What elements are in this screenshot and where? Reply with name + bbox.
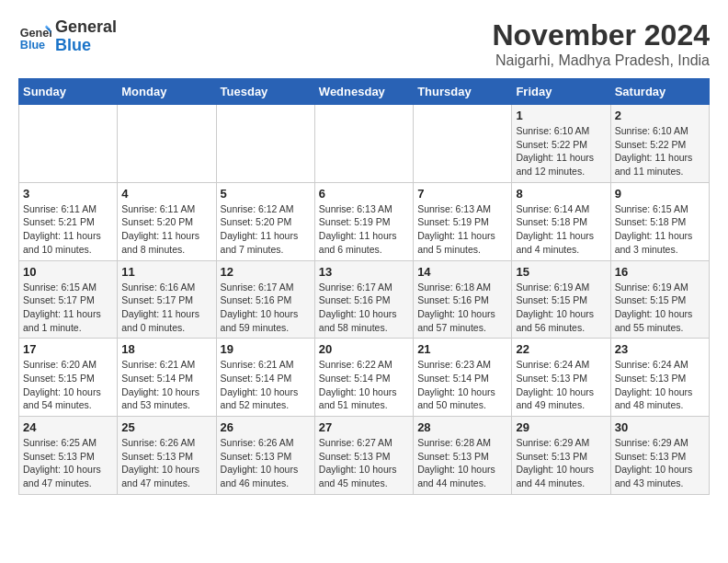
logo: General Blue General Blue	[18, 18, 117, 55]
day-cell	[19, 105, 118, 183]
day-number: 14	[417, 265, 507, 279]
day-number: 8	[516, 187, 606, 201]
day-cell	[118, 105, 216, 183]
logo-text: General Blue	[55, 18, 117, 55]
day-cell: 10Sunrise: 6:15 AMSunset: 5:17 PMDayligh…	[19, 260, 118, 339]
day-detail: Sunrise: 6:24 AMSunset: 5:13 PMDaylight:…	[615, 358, 705, 412]
day-number: 21	[417, 342, 507, 356]
day-cell: 30Sunrise: 6:29 AMSunset: 5:13 PMDayligh…	[610, 417, 709, 495]
weekday-header-thursday: Thursday	[414, 79, 512, 105]
day-cell: 9Sunrise: 6:15 AMSunset: 5:18 PMDaylight…	[610, 182, 709, 260]
day-cell: 4Sunrise: 6:11 AMSunset: 5:20 PMDaylight…	[118, 182, 216, 260]
day-number: 28	[417, 420, 507, 434]
weekday-header-row: SundayMondayTuesdayWednesdayThursdayFrid…	[19, 79, 710, 105]
day-number: 19	[221, 342, 311, 356]
day-number: 9	[615, 187, 705, 201]
weekday-header-monday: Monday	[118, 79, 216, 105]
day-number: 15	[516, 265, 606, 279]
day-cell: 29Sunrise: 6:29 AMSunset: 5:13 PMDayligh…	[512, 417, 610, 495]
day-detail: Sunrise: 6:16 AMSunset: 5:17 PMDaylight:…	[121, 281, 211, 335]
day-cell: 26Sunrise: 6:26 AMSunset: 5:13 PMDayligh…	[216, 417, 314, 495]
day-number: 3	[23, 187, 113, 201]
day-number: 27	[319, 420, 409, 434]
day-detail: Sunrise: 6:20 AMSunset: 5:15 PMDaylight:…	[23, 358, 113, 412]
day-detail: Sunrise: 6:28 AMSunset: 5:13 PMDaylight:…	[417, 436, 507, 490]
day-number: 16	[615, 265, 705, 279]
week-row-3: 10Sunrise: 6:15 AMSunset: 5:17 PMDayligh…	[19, 260, 710, 339]
day-cell: 17Sunrise: 6:20 AMSunset: 5:15 PMDayligh…	[19, 339, 118, 417]
day-cell: 14Sunrise: 6:18 AMSunset: 5:16 PMDayligh…	[414, 260, 512, 339]
day-number: 18	[121, 342, 211, 356]
day-number: 5	[221, 187, 311, 201]
day-cell: 6Sunrise: 6:13 AMSunset: 5:19 PMDaylight…	[314, 182, 413, 260]
day-cell: 23Sunrise: 6:24 AMSunset: 5:13 PMDayligh…	[610, 339, 709, 417]
day-cell: 15Sunrise: 6:19 AMSunset: 5:15 PMDayligh…	[512, 260, 610, 339]
day-detail: Sunrise: 6:22 AMSunset: 5:14 PMDaylight:…	[319, 358, 409, 412]
location: Naigarhi, Madhya Pradesh, India	[492, 52, 710, 69]
day-number: 17	[23, 342, 113, 356]
week-row-4: 17Sunrise: 6:20 AMSunset: 5:15 PMDayligh…	[19, 339, 710, 417]
day-number: 1	[516, 109, 606, 122]
month-title: November 2024	[492, 18, 710, 52]
weekday-header-wednesday: Wednesday	[314, 79, 413, 105]
day-detail: Sunrise: 6:26 AMSunset: 5:13 PMDaylight:…	[121, 436, 211, 490]
day-detail: Sunrise: 6:13 AMSunset: 5:19 PMDaylight:…	[417, 202, 507, 257]
weekday-header-sunday: Sunday	[19, 79, 118, 105]
day-cell	[216, 105, 314, 183]
day-number: 25	[121, 420, 211, 434]
logo-line2: Blue	[55, 37, 117, 55]
day-cell: 18Sunrise: 6:21 AMSunset: 5:14 PMDayligh…	[118, 339, 216, 417]
day-number: 30	[615, 420, 705, 434]
day-detail: Sunrise: 6:10 AMSunset: 5:22 PMDaylight:…	[615, 124, 705, 178]
day-detail: Sunrise: 6:11 AMSunset: 5:20 PMDaylight:…	[121, 202, 211, 257]
weekday-header-friday: Friday	[512, 79, 610, 105]
day-cell: 19Sunrise: 6:21 AMSunset: 5:14 PMDayligh…	[216, 339, 314, 417]
weekday-header-saturday: Saturday	[610, 79, 709, 105]
day-number: 2	[615, 109, 705, 122]
week-row-2: 3Sunrise: 6:11 AMSunset: 5:21 PMDaylight…	[19, 182, 710, 260]
day-detail: Sunrise: 6:21 AMSunset: 5:14 PMDaylight:…	[221, 358, 311, 412]
day-cell: 13Sunrise: 6:17 AMSunset: 5:16 PMDayligh…	[314, 260, 413, 339]
day-number: 11	[121, 265, 211, 279]
day-detail: Sunrise: 6:25 AMSunset: 5:13 PMDaylight:…	[23, 436, 113, 490]
day-number: 29	[516, 420, 606, 434]
day-detail: Sunrise: 6:19 AMSunset: 5:15 PMDaylight:…	[516, 281, 606, 335]
day-detail: Sunrise: 6:15 AMSunset: 5:18 PMDaylight:…	[615, 202, 705, 257]
logo-icon: General Blue	[18, 20, 51, 53]
svg-text:Blue: Blue	[20, 38, 45, 51]
day-detail: Sunrise: 6:26 AMSunset: 5:13 PMDaylight:…	[221, 436, 311, 490]
day-detail: Sunrise: 6:14 AMSunset: 5:18 PMDaylight:…	[516, 202, 606, 257]
day-detail: Sunrise: 6:12 AMSunset: 5:20 PMDaylight:…	[221, 202, 311, 257]
day-number: 12	[221, 265, 311, 279]
title-block: November 2024 Naigarhi, Madhya Pradesh, …	[492, 18, 710, 69]
logo-line1: General	[55, 18, 117, 37]
day-number: 4	[121, 187, 211, 201]
calendar-table: SundayMondayTuesdayWednesdayThursdayFrid…	[18, 78, 710, 495]
page-header: General Blue General Blue November 2024 …	[18, 18, 710, 69]
day-number: 24	[23, 420, 113, 434]
day-detail: Sunrise: 6:19 AMSunset: 5:15 PMDaylight:…	[615, 281, 705, 335]
day-detail: Sunrise: 6:15 AMSunset: 5:17 PMDaylight:…	[23, 281, 113, 335]
weekday-header-tuesday: Tuesday	[216, 79, 314, 105]
day-cell: 24Sunrise: 6:25 AMSunset: 5:13 PMDayligh…	[19, 417, 118, 495]
day-detail: Sunrise: 6:17 AMSunset: 5:16 PMDaylight:…	[319, 281, 409, 335]
day-detail: Sunrise: 6:17 AMSunset: 5:16 PMDaylight:…	[221, 281, 311, 335]
day-number: 7	[417, 187, 507, 201]
day-detail: Sunrise: 6:23 AMSunset: 5:14 PMDaylight:…	[417, 358, 507, 412]
day-cell: 20Sunrise: 6:22 AMSunset: 5:14 PMDayligh…	[314, 339, 413, 417]
day-cell: 7Sunrise: 6:13 AMSunset: 5:19 PMDaylight…	[414, 182, 512, 260]
day-detail: Sunrise: 6:21 AMSunset: 5:14 PMDaylight:…	[121, 358, 211, 412]
day-number: 13	[319, 265, 409, 279]
day-cell: 2Sunrise: 6:10 AMSunset: 5:22 PMDaylight…	[610, 105, 709, 183]
day-cell: 27Sunrise: 6:27 AMSunset: 5:13 PMDayligh…	[314, 417, 413, 495]
day-number: 6	[319, 187, 409, 201]
day-number: 10	[23, 265, 113, 279]
day-cell: 1Sunrise: 6:10 AMSunset: 5:22 PMDaylight…	[512, 105, 610, 183]
day-detail: Sunrise: 6:27 AMSunset: 5:13 PMDaylight:…	[319, 436, 409, 490]
day-cell: 21Sunrise: 6:23 AMSunset: 5:14 PMDayligh…	[414, 339, 512, 417]
day-cell: 8Sunrise: 6:14 AMSunset: 5:18 PMDaylight…	[512, 182, 610, 260]
day-number: 20	[319, 342, 409, 356]
day-cell: 12Sunrise: 6:17 AMSunset: 5:16 PMDayligh…	[216, 260, 314, 339]
day-cell	[414, 105, 512, 183]
day-cell: 11Sunrise: 6:16 AMSunset: 5:17 PMDayligh…	[118, 260, 216, 339]
